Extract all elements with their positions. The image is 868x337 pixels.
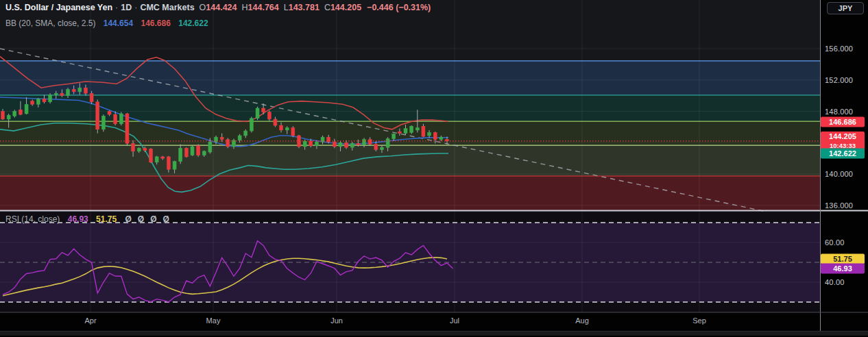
bb-legend: BB (20, SMA, close, 2.5) 144.654 146.686… — [5, 18, 208, 28]
rsi-ma-value: 51.75 — [96, 214, 117, 224]
time-axis-label: Jun — [330, 316, 343, 325]
symbol-name: U.S. Dollar / Japanese Yen — [5, 3, 112, 12]
ohlc-value: 144.424 — [206, 3, 237, 12]
time-axis-label: Aug — [575, 316, 589, 325]
bb-upper-value: 146.686 — [141, 18, 170, 28]
pane-separator[interactable] — [0, 210, 868, 212]
bb-basis-value: 144.654 — [104, 18, 133, 28]
rsi-smoothing-placeholder-icon: Ø — [150, 214, 156, 224]
change-value: −0.446 (−0.31%) — [367, 3, 431, 12]
interval-label: 1D — [121, 3, 132, 12]
rsi-legend-label: RSI (14, close) — [5, 214, 60, 224]
price-axis-label-value: 142.622 — [821, 149, 865, 158]
rsi-band-fill — [0, 223, 820, 302]
rsi-axis-label: 46.93 — [821, 263, 865, 273]
ohlc-letter: O — [200, 3, 206, 12]
ohlc-value: 144.764 — [248, 3, 279, 12]
bottom-strip — [0, 332, 868, 336]
rsi-placeholder-icons: ØØØØ — [119, 214, 169, 224]
ohlc-letter: H — [242, 3, 248, 12]
chart-window: U.S. Dollar / Japanese Yen·1D·CMC Market… — [0, 0, 868, 337]
rsi-legend: RSI (14, close) 46.93 51.75 ØØØØ — [5, 214, 169, 224]
rsi-axis-label: 51.75 — [821, 253, 865, 264]
ohlc-letter: L — [284, 3, 289, 12]
price-axis-label: 142.622 — [821, 149, 865, 159]
rsi-smoothing-placeholder-icon: Ø — [125, 214, 131, 224]
price-axis-tick: 140.000 — [825, 170, 853, 178]
exchange-label: CMC Markets — [140, 3, 194, 12]
time-axis-label: Apr — [84, 316, 96, 325]
ohlc-values: O144.424H144.764L143.781C144.205 — [195, 3, 362, 12]
rsi-value: 46.93 — [68, 214, 88, 224]
rsi-smoothing-placeholder-icon: Ø — [162, 214, 169, 224]
bb-lower-value: 142.622 — [178, 18, 208, 28]
price-axis-label: 146.686 — [821, 116, 865, 127]
rsi-axis-tick: 40.00 — [825, 278, 845, 286]
price-axis-tick: 148.000 — [825, 108, 853, 116]
price-axis-label-value: 144.205 — [821, 132, 865, 141]
separator-dot: · — [134, 3, 137, 12]
price-axis-tick: 156.000 — [825, 45, 853, 53]
bb-legend-label: BB (20, SMA, close, 2.5) — [5, 18, 95, 28]
ohlc-letter: C — [324, 3, 330, 12]
price-axis-tick: 136.000 — [825, 201, 853, 210]
rsi-axis-tick: 60.00 — [825, 238, 845, 247]
symbol-header: U.S. Dollar / Japanese Yen·1D·CMC Market… — [5, 3, 431, 12]
currency-button[interactable]: JPY — [827, 2, 864, 14]
separator-dot: · — [115, 3, 118, 12]
ohlc-value: 144.205 — [330, 3, 361, 12]
price-axis-label-value: 146.686 — [821, 117, 865, 126]
time-axis-label: Sep — [692, 316, 706, 325]
rsi-smoothing-placeholder-icon: Ø — [138, 214, 144, 224]
ohlc-value: 143.781 — [289, 3, 320, 12]
price-chart-canvas[interactable] — [0, 0, 868, 337]
time-axis-label: May — [206, 316, 221, 325]
time-axis-label: Jul — [450, 316, 459, 325]
price-axis-tick: 152.000 — [825, 76, 853, 84]
